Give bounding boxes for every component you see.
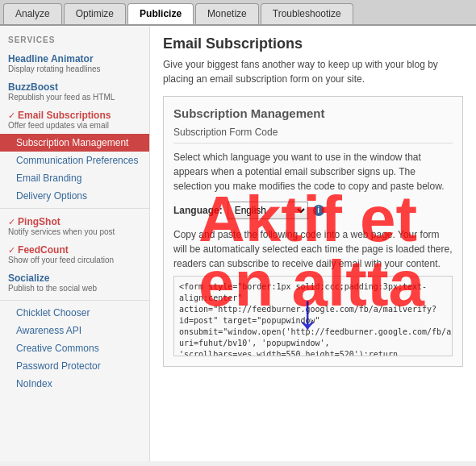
sidebar-item-buzzboost-subtitle: Republish your feed as HTML [8,93,141,102]
sidebar-item-headline-animator-title: Headline Animator [8,53,141,64]
pingshot-check: ✓ [8,217,18,227]
sidebar-item-headline-animator[interactable]: Headline Animator Display rotating headl… [0,49,149,77]
sidebar-item-socialize-subtitle: Publish to the social web [8,284,141,293]
sidebar: SERVICES Headline Animator Display rotat… [0,26,150,461]
sidebar-item-buzzboost-title: BuzzBoost [8,81,141,93]
sidebar-sub-communication-preferences[interactable]: Communication Preferences [0,152,149,169]
sidebar-item-noindex[interactable]: NoIndex [0,375,149,393]
main-layout: SERVICES Headline Animator Display rotat… [0,26,476,461]
language-label: Language: [173,205,223,216]
page-title: Email Subscriptions [163,35,463,52]
sidebar-sub-email-branding[interactable]: Email Branding [0,169,149,187]
tab-optimize[interactable]: Optimize [64,3,126,24]
sidebar-item-awareness-api[interactable]: Awareness API [0,322,149,339]
sidebar-sub-delivery-options[interactable]: Delivery Options [0,187,149,205]
top-tab-bar: Analyze Optimize Publicize Monetize Trou… [0,0,476,26]
sidebar-sub-subscription-management[interactable]: Subscription Management [0,134,149,152]
sidebar-item-pingshot[interactable]: ✓ PingShot Notify services when you post [0,212,149,240]
tab-analyze[interactable]: Analyze [3,3,62,24]
email-subscriptions-check: ✓ [8,110,18,120]
sidebar-item-feedcount-title: FeedCount [18,244,69,256]
language-row: Language: English French German Spanish … [173,202,453,219]
tab-troubleshootize[interactable]: Troubleshootize [261,3,353,24]
sidebar-item-email-subscriptions-title: Email Subscriptions [18,110,111,121]
page-description: Give your biggest fans another way to ke… [163,57,463,86]
language-select[interactable]: English French German Spanish [228,202,308,219]
sidebar-item-headline-animator-subtitle: Display rotating headlines [8,64,141,73]
sidebar-item-password-protector[interactable]: Password Protector [0,357,149,375]
sidebar-item-buzzboost[interactable]: BuzzBoost Republish your feed as HTML [0,77,149,106]
sidebar-item-email-subscriptions-subtitle: Offer feed updates via email [8,121,141,130]
sidebar-item-socialize-title: Socialize [8,273,141,284]
sidebar-item-email-subscriptions[interactable]: ✓ Email Subscriptions Offer feed updates… [0,106,149,134]
subscription-management-box: Subscription Management Subscription For… [163,96,463,367]
code-intro-text: Copy and paste the following code into a… [173,227,453,271]
sidebar-item-pingshot-subtitle: Notify services when you post [8,227,141,236]
tab-monetize[interactable]: Monetize [195,3,259,24]
select-description: Select which language you want to use in… [173,150,453,193]
tab-publicize[interactable]: Publicize [127,3,194,24]
sidebar-item-creative-commons[interactable]: Creative Commons [0,339,149,357]
sidebar-item-socialize[interactable]: Socialize Publish to the social web [0,268,149,297]
form-code-label: Subscription Form Code [173,127,453,144]
sidebar-item-chicklet-chooser[interactable]: Chicklet Chooser [0,304,149,322]
sidebar-item-feedcount[interactable]: ✓ FeedCount Show off your feed circulati… [0,240,149,268]
info-icon[interactable]: i [313,205,324,216]
feedcount-check: ✓ [8,245,18,255]
code-snippet[interactable]: <form style="border:1px solid;ccc;paddin… [173,276,453,356]
sidebar-item-feedcount-subtitle: Show off your feed circulation [8,256,141,264]
services-label: SERVICES [0,32,149,49]
sub-box-title: Subscription Management [173,106,453,120]
content-area: Email Subscriptions Give your biggest fa… [150,26,476,461]
sidebar-item-pingshot-title: PingShot [18,216,61,227]
